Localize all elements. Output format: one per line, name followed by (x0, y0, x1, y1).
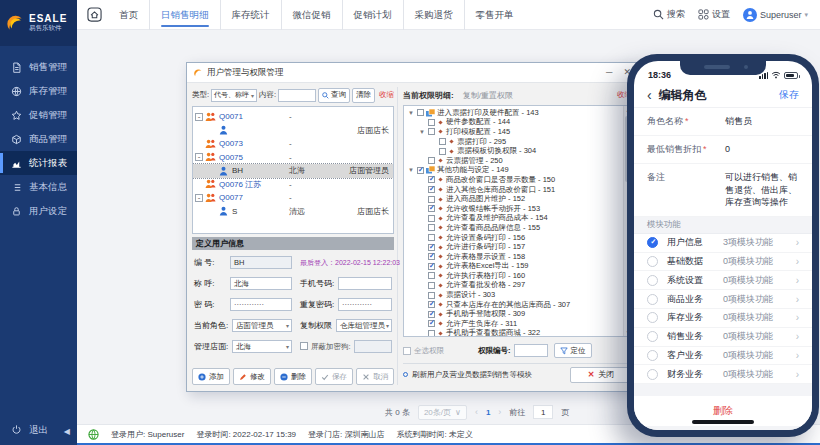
minimize-icon[interactable]: ─ (606, 68, 612, 77)
content-input[interactable] (278, 89, 316, 102)
top-tab[interactable]: 促销计划 (342, 0, 403, 30)
sidebar-item[interactable]: 销售管理 (0, 55, 77, 79)
tree-expander-icon[interactable] (195, 113, 203, 121)
top-tab[interactable]: 零售开单 (464, 0, 525, 30)
clear-button[interactable]: 清除 (352, 88, 375, 103)
copy-reset-link[interactable]: 复制/重置权限 (463, 90, 513, 101)
password-input[interactable]: ············ (230, 298, 292, 311)
phone-input[interactable] (338, 277, 392, 290)
module-radio[interactable] (647, 294, 658, 305)
permission-row[interactable]: ▼ 允许查看商品品牌信息 - 155 (418, 223, 621, 233)
permission-checkbox[interactable] (428, 215, 435, 222)
form-button[interactable]: 取消 (356, 368, 394, 385)
page-size-select[interactable]: 20条/页 ∨ (418, 405, 467, 420)
permission-checkbox[interactable] (428, 234, 435, 241)
top-tab[interactable]: 日销售明细 (149, 0, 220, 30)
form-button[interactable]: 删除 (274, 368, 312, 385)
module-row[interactable]: 库存业务 0项模块功能 › (634, 309, 812, 328)
permission-row[interactable]: ▼ 允许产生负库存 - 311 (418, 319, 621, 329)
sidebar-item[interactable]: 用户设定 (0, 199, 77, 223)
current-page[interactable]: 1 (486, 408, 490, 417)
permission-checkbox[interactable] (428, 292, 435, 299)
module-row[interactable]: 客户业务 0项模块功能 › (634, 347, 812, 366)
permission-row[interactable]: ▼ 硬件参数配置 - 144 (418, 118, 621, 128)
user-tree-row[interactable]: BH 北海 店面管理员 (193, 164, 393, 178)
sidebar-item[interactable]: 统计报表 (0, 151, 77, 175)
dialog-titlebar[interactable]: 用户管理与权限管理 ─ ✕ (187, 63, 637, 83)
goto-page-input[interactable]: 1 (533, 405, 553, 419)
perm-no-input[interactable] (514, 344, 548, 357)
user-tree-row[interactable]: S 清远 店面店长 (193, 205, 393, 219)
permission-row[interactable]: ▼ 其他功能与设定 - 149 (407, 166, 621, 176)
dongle-checkbox[interactable] (300, 342, 308, 350)
permission-row[interactable]: ▼ 允许设置条码打印 - 156 (418, 233, 621, 243)
phone-field-row[interactable]: 备注* 可以进行销售、销售退货、借出库、库存查询等操作 (634, 164, 812, 217)
user-tree-row[interactable]: 店面店长 (193, 124, 393, 138)
role-select[interactable]: 店面管理员 (232, 319, 292, 332)
back-icon[interactable]: ‹ (647, 88, 652, 102)
phone-field-row[interactable]: 最低销售折扣* 0 (634, 136, 812, 164)
user-tree-row[interactable]: Q0071 - (193, 110, 393, 124)
top-tab[interactable]: 采购退货 (403, 0, 464, 30)
permission-row[interactable]: ▼ 打印模板配置 - 145 (418, 127, 621, 137)
module-row[interactable]: 系统设置 0项模块功能 › (634, 271, 812, 290)
module-radio[interactable] (647, 331, 658, 342)
code-input[interactable]: BH (230, 256, 292, 269)
permission-checkbox[interactable] (428, 263, 435, 270)
permission-checkbox[interactable] (439, 138, 446, 145)
collapse-link[interactable]: 收缩 (379, 90, 394, 100)
module-radio[interactable] (647, 275, 658, 286)
permission-row[interactable]: ▼ 只查本店库存在的其他店库商品 - 307 (418, 300, 621, 310)
home-indicator[interactable] (692, 420, 754, 424)
phone-field-row[interactable]: 角色名称* 销售员 (634, 108, 812, 136)
permission-row[interactable]: ▼ 票据设计 - 303 (418, 290, 621, 300)
permission-row[interactable]: ▼ 允许表格Excel导出 - 159 (418, 262, 621, 272)
module-radio[interactable] (647, 237, 658, 248)
permission-checkbox[interactable] (428, 196, 435, 203)
permission-checkbox[interactable] (428, 128, 435, 135)
permission-row[interactable]: ▼ 允许表格显示设置 - 158 (418, 252, 621, 262)
password2-input[interactable]: ············ (338, 298, 392, 311)
module-row[interactable]: 商品业务 0项模块功能 › (634, 290, 812, 309)
permission-row[interactable]: ▼ 票据模板切换权限 - 304 (429, 146, 621, 156)
permission-checkbox[interactable] (428, 301, 435, 308)
tree-expander-icon[interactable] (195, 194, 203, 202)
permission-checkbox[interactable] (428, 244, 435, 251)
permission-checkbox[interactable] (428, 253, 435, 260)
name-input[interactable]: 北海 (230, 277, 292, 290)
top-tab[interactable]: 微信促销 (281, 0, 342, 30)
form-button[interactable]: 保存 (315, 368, 353, 385)
permission-row[interactable]: ▼ 允许执行表格打印 - 160 (418, 271, 621, 281)
query-button[interactable]: 查询 (318, 88, 350, 103)
permission-row[interactable]: ▼ 允许进行条码打印 - 157 (418, 242, 621, 252)
permission-checkbox[interactable] (417, 109, 424, 116)
dongle-input[interactable] (354, 340, 392, 353)
permission-checkbox[interactable] (439, 148, 446, 155)
store-select[interactable]: 北海 (232, 340, 292, 353)
permission-row[interactable]: ▼ 进入其他仓库商品改价窗口 - 151 (418, 185, 621, 195)
permission-row[interactable]: ▼ 手机助手登陆权限 - 309 (418, 309, 621, 319)
tree-arrow-icon[interactable]: ▼ (407, 167, 415, 173)
user-tree-row[interactable]: Q0073 - (193, 137, 393, 151)
sidebar-item[interactable]: 商品管理 (0, 127, 77, 151)
permission-row[interactable]: ▼ 允许查看批发价格 - 297 (418, 281, 621, 291)
close-button[interactable]: ✕ 关闭 (570, 367, 632, 383)
sidebar-item[interactable]: 促销管理 (0, 103, 77, 127)
permission-row[interactable]: ▼ 手机助手查看数据商城 - 322 (418, 329, 621, 337)
permission-row[interactable]: ▼ 云票据管理 - 250 (418, 156, 621, 166)
module-radio[interactable] (647, 350, 658, 361)
sidebar-collapse-icon[interactable]: ◀ (64, 427, 70, 436)
settings-button[interactable]: 设置 (698, 8, 730, 21)
permission-checkbox[interactable] (428, 176, 435, 183)
permission-checkbox[interactable] (428, 330, 435, 337)
user-tree-row[interactable]: Q0076 江苏 - (193, 178, 393, 192)
permission-checkbox[interactable] (428, 119, 435, 126)
home-icon[interactable] (87, 7, 102, 22)
top-tab[interactable]: 库存统计 (220, 0, 281, 30)
sidebar-item[interactable]: 库存管理 (0, 79, 77, 103)
permission-row[interactable]: ▼ 票据打印 - 295 (429, 137, 621, 147)
tree-arrow-icon[interactable]: ▼ (407, 110, 415, 116)
tree-expander-icon[interactable] (195, 153, 203, 161)
module-radio[interactable] (647, 369, 658, 380)
permission-checkbox[interactable] (428, 320, 435, 327)
